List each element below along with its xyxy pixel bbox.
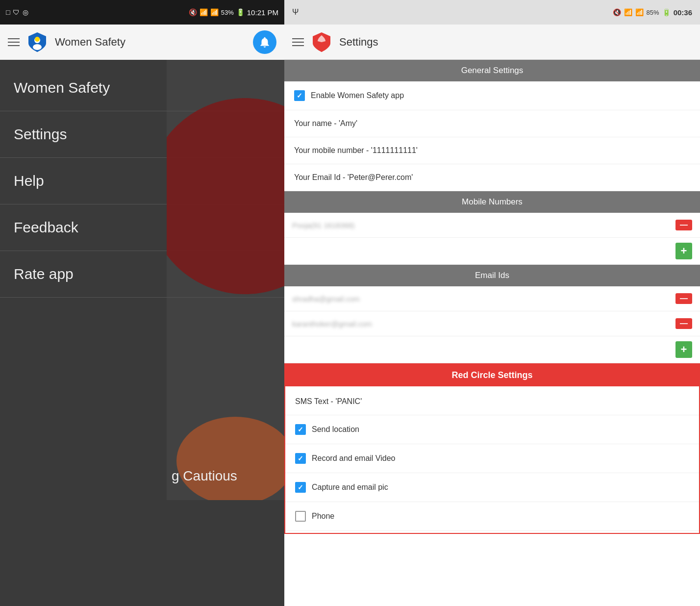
app-bar-right: Settings [284, 25, 700, 60]
email-add-row: + [284, 336, 700, 363]
status-icons-left: □ 🛡 ◎ [6, 8, 28, 16]
general-settings-section: ✓ Enable Women Safety app Your name - 'A… [284, 81, 700, 191]
plus-icon-mobile: + [681, 246, 687, 256]
svg-point-6 [35, 37, 40, 42]
name-label: Your name - 'Amy' [294, 119, 357, 128]
capture-pic-row[interactable]: ✓ Capture and email pic [285, 473, 699, 502]
time-right: 00:36 [674, 8, 692, 17]
app-title-right: Settings [339, 36, 378, 49]
email-item-1-text: karanthoker@gmail.com [292, 320, 671, 328]
svg-point-5 [33, 44, 42, 50]
nav-item-rate-app[interactable]: Rate app [0, 251, 284, 298]
mobile-add-row: + [284, 238, 700, 265]
record-video-label: Record and email Video [312, 454, 395, 463]
email-label: Your Email Id - 'Peter@Perer.com' [294, 173, 413, 182]
name-row: Your name - 'Amy' [284, 110, 700, 137]
remove-mobile-0-btn[interactable]: — [675, 220, 692, 230]
email-item-1: karanthoker@gmail.com — [284, 311, 700, 336]
signal-icon: 📶 [210, 8, 219, 16]
red-circle-section: Red Circle Settings SMS Text - 'PANIC' ✓… [284, 363, 700, 534]
nav-item-feedback[interactable]: Feedback [0, 204, 284, 251]
signal-icon-right: 📶 [635, 8, 644, 16]
battery-icon-left: 🔋 [236, 8, 245, 16]
email-row: Your Email Id - 'Peter@Perer.com' [284, 164, 700, 191]
battery-pct-right: 85% [647, 9, 659, 16]
send-location-row[interactable]: ✓ Send location [285, 415, 699, 444]
usb-icon: Ψ [292, 8, 299, 17]
remove-email-0-btn[interactable]: — [675, 293, 692, 304]
wifi-icon-right: 📶 [624, 8, 632, 16]
settings-content: General Settings ✓ Enable Women Safety a… [284, 60, 700, 606]
mobile-label: Your mobile number - '1111111111' [294, 146, 418, 155]
right-panel: Ψ 🔇 📶 📶 85% 🔋 00:36 Settings General Set… [284, 0, 700, 606]
hamburger-menu[interactable] [8, 38, 20, 46]
remove-email-1-btn[interactable]: — [675, 318, 692, 329]
phone-checkbox[interactable] [295, 511, 306, 522]
nav-item-women-safety[interactable]: Women Safety [0, 65, 284, 111]
mobile-row: Your mobile number - '1111111111' [284, 137, 700, 164]
circle-icon: ◎ [23, 8, 28, 16]
status-bar-right: Ψ 🔇 📶 📶 85% 🔋 00:36 [284, 0, 700, 25]
status-bar-left: □ 🛡 ◎ 🔇 📶 📶 53% 🔋 10:21 PM [0, 0, 284, 25]
sms-text-row: SMS Text - 'PANIC' [285, 388, 699, 415]
red-circle-content: SMS Text - 'PANIC' ✓ Send location ✓ Rec… [285, 386, 699, 533]
record-video-checkbox[interactable]: ✓ [295, 453, 306, 464]
send-location-checkbox[interactable]: ✓ [295, 424, 306, 435]
phone-label: Phone [312, 512, 334, 521]
app-logo-right [311, 31, 332, 53]
status-right-left: 🔇 📶 📶 53% 🔋 10:21 PM [189, 8, 278, 17]
nav-item-help[interactable]: Help [0, 158, 284, 204]
enable-row[interactable]: ✓ Enable Women Safety app [284, 81, 700, 110]
hamburger-menu-right[interactable] [292, 38, 304, 46]
mobile-numbers-header: Mobile Numbers [284, 191, 700, 213]
phone-row[interactable]: Phone [285, 502, 699, 531]
nav-menu: Women Safety Settings Help Feedback Rate… [0, 60, 284, 606]
app-bar-left: Women Safety [0, 25, 284, 60]
email-item-0: shradha@gmail.com — [284, 286, 700, 311]
sms-text-label: SMS Text - 'PANIC' [295, 397, 362, 406]
minus-icon-email-1: — [680, 320, 688, 328]
nav-item-settings[interactable]: Settings [0, 111, 284, 158]
shield-status-icon: 🛡 [13, 8, 20, 16]
time-left: 10:21 PM [247, 8, 278, 17]
left-panel: g Cautious □ 🛡 ◎ 🔇 📶 📶 53% 🔋 10:21 PM [0, 0, 284, 606]
mobile-numbers-section: Pooja(91 1618368) — + [284, 213, 700, 265]
mobile-item-0-text: Pooja(91 1618368) [292, 221, 671, 229]
mute-icon: 🔇 [189, 8, 197, 16]
send-location-label: Send location [312, 425, 359, 434]
app-logo-left [26, 31, 48, 53]
bell-button[interactable] [253, 30, 276, 54]
record-video-row[interactable]: ✓ Record and email Video [285, 444, 699, 473]
battery-icon-right: 🔋 [662, 8, 671, 16]
status-icons-right: 🔇 📶 📶 85% 🔋 00:36 [613, 8, 692, 17]
minus-icon-0: — [680, 221, 688, 229]
record-video-check: ✓ [298, 454, 303, 462]
minus-icon-email-0: — [680, 295, 688, 303]
mute-icon-right: 🔇 [613, 8, 621, 16]
general-settings-header: General Settings [284, 60, 700, 81]
add-email-btn[interactable]: + [675, 341, 692, 358]
email-ids-header: Email Ids [284, 265, 700, 286]
email-ids-section: shradha@gmail.com — karanthoker@gmail.co… [284, 286, 700, 363]
plus-icon-email: + [681, 344, 687, 355]
enable-checkbox[interactable]: ✓ [294, 90, 305, 101]
phone-icon: □ [6, 8, 10, 16]
capture-pic-check: ✓ [298, 483, 303, 491]
enable-label: Enable Women Safety app [311, 91, 404, 100]
checkmark: ✓ [297, 92, 302, 100]
add-mobile-btn[interactable]: + [675, 243, 692, 259]
capture-pic-checkbox[interactable]: ✓ [295, 482, 306, 493]
mobile-item-0: Pooja(91 1618368) — [284, 213, 700, 238]
capture-pic-label: Capture and email pic [312, 483, 388, 492]
app-title-left: Women Safety [55, 36, 276, 49]
red-circle-header: Red Circle Settings [285, 364, 699, 386]
email-item-0-text: shradha@gmail.com [292, 295, 671, 303]
wifi-icon: 📶 [200, 8, 208, 16]
send-location-check: ✓ [298, 426, 303, 433]
battery-left: 53% [221, 9, 234, 16]
